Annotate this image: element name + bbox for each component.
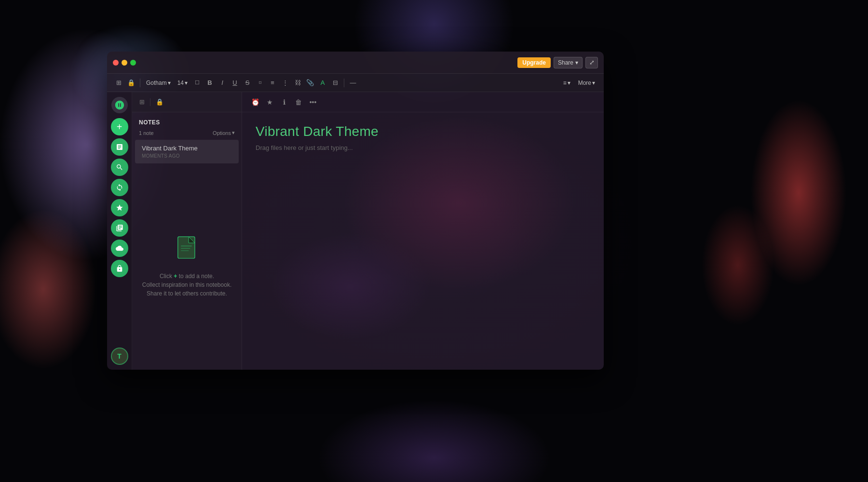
app-body: + (107, 92, 604, 370)
align-icon: ≡ (563, 80, 567, 86)
expand-button[interactable]: ⤢ (585, 57, 598, 68)
align-chevron: ▾ (568, 80, 570, 86)
share-button[interactable]: Share ▾ (554, 57, 583, 68)
cta-line4: Share it to let others contribute. (147, 290, 227, 297)
note-item-date: MOMENTS AGO (142, 153, 232, 159)
note-item[interactable]: Vibrant Dark Theme MOMENTS AGO (135, 140, 239, 163)
sidebar-item-notes[interactable] (111, 138, 128, 156)
table2-icon[interactable]: ⊟ (329, 77, 341, 89)
info-icon[interactable]: ℹ (279, 98, 289, 106)
toolbar-separator-2 (344, 79, 344, 87)
editor-placeholder: Drag files here or just start typing... (256, 144, 590, 151)
more-icon[interactable]: ••• (308, 98, 318, 106)
svg-rect-1 (177, 237, 194, 258)
share-label: Share (558, 59, 573, 66)
font-family-dropdown[interactable]: Gotham ▾ (143, 79, 174, 87)
options-label: Options (213, 130, 231, 136)
bold-icon[interactable]: B (204, 77, 216, 89)
more-dropdown[interactable]: More ▾ (575, 79, 598, 87)
cta-line3: Collect inspiration in this notebook. (142, 281, 231, 288)
note-count: 1 note (139, 130, 154, 136)
font-size-label: 14 (177, 80, 184, 86)
expand-icon: ⤢ (589, 59, 595, 66)
formatting-toolbar: ⊞ 🔒 Gotham ▾ 14 ▾ ☐ B I U S ⌑ ≡ ⋮ ⛓ 📎 A … (107, 74, 604, 92)
note-item-title: Vibrant Dark Theme (142, 145, 232, 152)
empty-note-icon (172, 235, 203, 266)
close-button[interactable] (113, 60, 119, 66)
font-family-label: Gotham (146, 80, 167, 86)
share-chevron-icon: ▾ (575, 59, 578, 66)
sidebar-item-offline[interactable] (111, 240, 128, 257)
cta-line1: Click (160, 273, 172, 280)
note-list-toolbar: ⊞ 🔒 (132, 92, 242, 112)
attachment-icon[interactable]: 📎 (304, 77, 316, 89)
note-empty-state: Click + to add a note. Collect inspirati… (132, 163, 242, 370)
sidebar-item-notebooks[interactable] (111, 219, 128, 237)
editor-note-toolbar: ⏰ ★ ℹ 🗑 ••• (242, 92, 604, 112)
editor-title: Vibrant Dark Theme (256, 124, 590, 139)
ordered-list-icon[interactable]: ⋮ (279, 77, 291, 89)
maximize-button[interactable] (130, 60, 136, 66)
checkbox-icon[interactable]: ☐ (191, 77, 203, 89)
add-note-button[interactable]: + (111, 118, 128, 135)
cta-line2: to add a note. (179, 273, 214, 280)
superscript-icon[interactable]: ⌑ (254, 77, 266, 89)
app-logo (111, 97, 128, 113)
traffic-lights (113, 60, 136, 66)
toolbar-separator-1 (140, 79, 140, 87)
note-list-panel: ⊞ 🔒 NOTES 1 note Options ▾ Vibrant Dark … (132, 92, 242, 370)
note-list-title: NOTES (139, 119, 160, 126)
font-size-dropdown[interactable]: 14 ▾ (175, 79, 190, 87)
font-size-chevron: ▾ (185, 80, 188, 86)
link-icon[interactable]: ⛓ (292, 77, 303, 89)
more-chevron: ▾ (592, 80, 595, 86)
profile-initial: T (117, 352, 122, 360)
note-list-header: NOTES (132, 112, 242, 130)
options-chevron-icon: ▾ (232, 130, 235, 136)
sidebar-icons: + (107, 92, 132, 370)
options-button[interactable]: Options ▾ (213, 130, 235, 136)
lock-icon[interactable]: 🔒 (125, 77, 137, 89)
italic-icon[interactable]: I (217, 77, 228, 89)
alarm-icon[interactable]: ⏰ (250, 98, 260, 106)
profile-button[interactable]: T (111, 348, 128, 365)
grid-view-icon[interactable]: ⊞ (137, 97, 147, 107)
toolbar-right: ≡ ▾ More ▾ (560, 79, 598, 87)
font-family-chevron: ▾ (168, 80, 171, 86)
upgrade-button[interactable]: Upgrade (517, 57, 551, 68)
unordered-list-icon[interactable]: ≡ (267, 77, 278, 89)
note-count-row: 1 note Options ▾ (132, 130, 242, 140)
lock2-icon[interactable]: 🔒 (153, 97, 166, 107)
sidebar-item-lock[interactable] (111, 260, 128, 277)
trash-icon[interactable]: 🗑 (293, 98, 304, 106)
app-window: Upgrade Share ▾ ⤢ ⊞ 🔒 Gotham ▾ 14 ▾ ☐ B … (107, 52, 604, 370)
titlebar-actions: Upgrade Share ▾ ⤢ (517, 57, 598, 68)
cta-plus: + (174, 273, 177, 280)
more-label: More (578, 80, 591, 86)
empty-state-cta: Click + to add a note. Collect inspirati… (142, 272, 231, 298)
editor-panel: ⏰ ★ ℹ 🗑 ••• Vibrant Dark Theme Drag file… (242, 92, 604, 370)
divider-icon[interactable]: — (347, 77, 359, 89)
toolbar-sep (150, 98, 150, 106)
sidebar-item-search[interactable] (111, 159, 128, 176)
highlight-icon[interactable]: A (317, 77, 328, 89)
table-icon[interactable]: ⊞ (113, 77, 124, 89)
underline-icon[interactable]: U (229, 77, 241, 89)
align-dropdown[interactable]: ≡ ▾ (560, 79, 573, 87)
sidebar-item-shortcuts[interactable] (111, 199, 128, 216)
minimize-button[interactable] (122, 60, 127, 66)
star-icon[interactable]: ★ (264, 98, 275, 106)
strikethrough-icon[interactable]: S (242, 77, 253, 89)
titlebar: Upgrade Share ▾ ⤢ (107, 52, 604, 74)
sidebar-item-sync[interactable] (111, 179, 128, 196)
editor-content[interactable]: Vibrant Dark Theme Drag files here or ju… (242, 112, 604, 370)
